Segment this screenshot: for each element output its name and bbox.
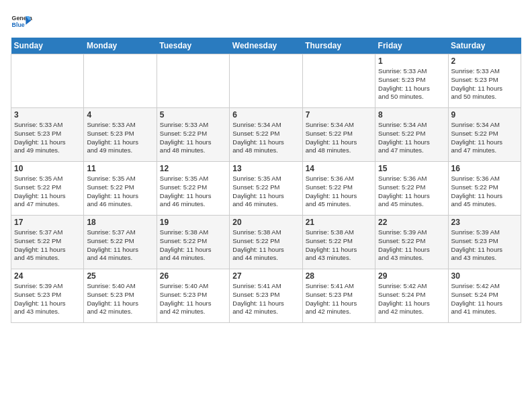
day-number: 20 bbox=[232, 218, 299, 227]
day-number: 7 bbox=[306, 110, 372, 120]
calendar-cell: 8Sunrise: 5:34 AM Sunset: 5:22 PM Daylig… bbox=[375, 108, 448, 162]
day-number: 22 bbox=[378, 218, 445, 227]
day-info: Sunrise: 5:38 AM Sunset: 5:22 PM Dayligh… bbox=[232, 228, 299, 263]
day-number: 28 bbox=[306, 271, 372, 281]
calendar-cell: 13Sunrise: 5:35 AM Sunset: 5:22 PM Dayli… bbox=[230, 162, 302, 216]
calendar-table: SundayMondayTuesdayWednesdayThursdayFrid… bbox=[11, 38, 521, 323]
calendar-cell: 24Sunrise: 5:39 AM Sunset: 5:23 PM Dayli… bbox=[11, 269, 84, 323]
day-number: 14 bbox=[306, 164, 372, 173]
day-info: Sunrise: 5:40 AM Sunset: 5:23 PM Dayligh… bbox=[87, 282, 153, 316]
day-number: 3 bbox=[14, 110, 81, 120]
day-number: 9 bbox=[451, 110, 518, 120]
day-number: 11 bbox=[87, 164, 153, 173]
day-number: 8 bbox=[378, 110, 445, 120]
calendar-cell bbox=[11, 54, 84, 108]
day-number: 17 bbox=[14, 218, 81, 227]
calendar-cell: 21Sunrise: 5:38 AM Sunset: 5:22 PM Dayli… bbox=[302, 216, 375, 269]
calendar-week-row: 17Sunrise: 5:37 AM Sunset: 5:22 PM Dayli… bbox=[11, 216, 521, 269]
day-number: 19 bbox=[160, 218, 226, 227]
day-info: Sunrise: 5:37 AM Sunset: 5:22 PM Dayligh… bbox=[14, 228, 81, 263]
calendar-body: 1Sunrise: 5:33 AM Sunset: 5:23 PM Daylig… bbox=[11, 54, 521, 323]
day-number: 6 bbox=[232, 110, 299, 120]
day-info: Sunrise: 5:34 AM Sunset: 5:22 PM Dayligh… bbox=[306, 121, 372, 155]
day-info: Sunrise: 5:36 AM Sunset: 5:22 PM Dayligh… bbox=[451, 175, 518, 209]
day-info: Sunrise: 5:34 AM Sunset: 5:22 PM Dayligh… bbox=[378, 121, 445, 155]
day-number: 16 bbox=[451, 164, 518, 173]
day-number: 24 bbox=[14, 271, 81, 281]
day-number: 15 bbox=[378, 164, 445, 173]
day-info: Sunrise: 5:36 AM Sunset: 5:22 PM Dayligh… bbox=[306, 175, 372, 209]
calendar-cell: 18Sunrise: 5:37 AM Sunset: 5:22 PM Dayli… bbox=[84, 216, 157, 269]
day-info: Sunrise: 5:40 AM Sunset: 5:23 PM Dayligh… bbox=[160, 282, 226, 316]
calendar-cell: 4Sunrise: 5:33 AM Sunset: 5:23 PM Daylig… bbox=[84, 108, 157, 162]
day-info: Sunrise: 5:34 AM Sunset: 5:22 PM Dayligh… bbox=[451, 121, 518, 155]
calendar-cell bbox=[84, 54, 157, 108]
calendar-header-cell: Saturday bbox=[448, 38, 521, 54]
day-info: Sunrise: 5:36 AM Sunset: 5:22 PM Dayligh… bbox=[378, 175, 445, 209]
calendar-cell: 16Sunrise: 5:36 AM Sunset: 5:22 PM Dayli… bbox=[448, 162, 521, 216]
day-info: Sunrise: 5:37 AM Sunset: 5:22 PM Dayligh… bbox=[87, 228, 153, 263]
day-number: 2 bbox=[451, 56, 518, 66]
calendar-week-row: 24Sunrise: 5:39 AM Sunset: 5:23 PM Dayli… bbox=[11, 269, 521, 323]
calendar-cell: 19Sunrise: 5:38 AM Sunset: 5:22 PM Dayli… bbox=[157, 216, 229, 269]
day-number: 25 bbox=[87, 271, 153, 281]
day-number: 13 bbox=[232, 164, 299, 173]
calendar-cell: 26Sunrise: 5:40 AM Sunset: 5:23 PM Dayli… bbox=[157, 269, 229, 323]
day-info: Sunrise: 5:41 AM Sunset: 5:23 PM Dayligh… bbox=[232, 282, 299, 316]
calendar-cell bbox=[230, 54, 302, 108]
calendar-cell: 23Sunrise: 5:39 AM Sunset: 5:23 PM Dayli… bbox=[448, 216, 521, 269]
day-number: 21 bbox=[306, 218, 372, 227]
calendar-header-cell: Friday bbox=[375, 38, 448, 54]
calendar-cell: 14Sunrise: 5:36 AM Sunset: 5:22 PM Dayli… bbox=[302, 162, 375, 216]
day-info: Sunrise: 5:39 AM Sunset: 5:23 PM Dayligh… bbox=[14, 282, 81, 316]
calendar-cell: 1Sunrise: 5:33 AM Sunset: 5:23 PM Daylig… bbox=[375, 54, 448, 108]
day-number: 12 bbox=[160, 164, 226, 173]
svg-text:Blue: Blue bbox=[12, 21, 25, 28]
calendar-cell: 7Sunrise: 5:34 AM Sunset: 5:22 PM Daylig… bbox=[302, 108, 375, 162]
day-number: 23 bbox=[451, 218, 518, 227]
day-number: 4 bbox=[87, 110, 153, 120]
day-info: Sunrise: 5:35 AM Sunset: 5:22 PM Dayligh… bbox=[232, 175, 299, 209]
calendar-header-cell: Sunday bbox=[11, 38, 84, 54]
day-info: Sunrise: 5:35 AM Sunset: 5:22 PM Dayligh… bbox=[160, 175, 226, 209]
day-info: Sunrise: 5:33 AM Sunset: 5:23 PM Dayligh… bbox=[87, 121, 153, 155]
calendar-cell: 2Sunrise: 5:33 AM Sunset: 5:23 PM Daylig… bbox=[448, 54, 521, 108]
day-number: 10 bbox=[14, 164, 81, 173]
calendar-header-cell: Monday bbox=[84, 38, 157, 54]
day-number: 5 bbox=[160, 110, 226, 120]
calendar-cell: 5Sunrise: 5:33 AM Sunset: 5:22 PM Daylig… bbox=[157, 108, 229, 162]
calendar-cell: 25Sunrise: 5:40 AM Sunset: 5:23 PM Dayli… bbox=[84, 269, 157, 323]
calendar-cell bbox=[157, 54, 229, 108]
day-info: Sunrise: 5:42 AM Sunset: 5:24 PM Dayligh… bbox=[378, 282, 445, 316]
day-info: Sunrise: 5:35 AM Sunset: 5:22 PM Dayligh… bbox=[87, 175, 153, 209]
calendar-cell: 30Sunrise: 5:42 AM Sunset: 5:24 PM Dayli… bbox=[448, 269, 521, 323]
day-info: Sunrise: 5:38 AM Sunset: 5:22 PM Dayligh… bbox=[306, 228, 372, 263]
day-info: Sunrise: 5:33 AM Sunset: 5:23 PM Dayligh… bbox=[14, 121, 81, 155]
calendar-cell: 11Sunrise: 5:35 AM Sunset: 5:22 PM Dayli… bbox=[84, 162, 157, 216]
logo: General Blue bbox=[11, 11, 32, 32]
calendar-week-row: 3Sunrise: 5:33 AM Sunset: 5:23 PM Daylig… bbox=[11, 108, 521, 162]
day-info: Sunrise: 5:38 AM Sunset: 5:22 PM Dayligh… bbox=[160, 228, 226, 263]
day-info: Sunrise: 5:34 AM Sunset: 5:22 PM Dayligh… bbox=[232, 121, 299, 155]
day-info: Sunrise: 5:41 AM Sunset: 5:23 PM Dayligh… bbox=[306, 282, 372, 316]
calendar-week-row: 10Sunrise: 5:35 AM Sunset: 5:22 PM Dayli… bbox=[11, 162, 521, 216]
calendar-cell: 3Sunrise: 5:33 AM Sunset: 5:23 PM Daylig… bbox=[11, 108, 84, 162]
day-info: Sunrise: 5:39 AM Sunset: 5:22 PM Dayligh… bbox=[378, 228, 445, 263]
day-number: 30 bbox=[451, 271, 518, 281]
calendar-header-row: SundayMondayTuesdayWednesdayThursdayFrid… bbox=[11, 38, 521, 54]
calendar-header-cell: Wednesday bbox=[230, 38, 302, 54]
day-number: 1 bbox=[378, 56, 445, 66]
calendar-cell: 28Sunrise: 5:41 AM Sunset: 5:23 PM Dayli… bbox=[302, 269, 375, 323]
logo-icon: General Blue bbox=[11, 11, 32, 32]
calendar-cell: 10Sunrise: 5:35 AM Sunset: 5:22 PM Dayli… bbox=[11, 162, 84, 216]
calendar-cell: 12Sunrise: 5:35 AM Sunset: 5:22 PM Dayli… bbox=[157, 162, 229, 216]
day-info: Sunrise: 5:33 AM Sunset: 5:23 PM Dayligh… bbox=[451, 67, 518, 101]
calendar-header-cell: Tuesday bbox=[157, 38, 229, 54]
day-number: 29 bbox=[378, 271, 445, 281]
day-info: Sunrise: 5:42 AM Sunset: 5:24 PM Dayligh… bbox=[451, 282, 518, 316]
calendar-cell: 20Sunrise: 5:38 AM Sunset: 5:22 PM Dayli… bbox=[230, 216, 302, 269]
calendar-header-cell: Thursday bbox=[302, 38, 375, 54]
day-number: 18 bbox=[87, 218, 153, 227]
day-info: Sunrise: 5:33 AM Sunset: 5:23 PM Dayligh… bbox=[378, 67, 445, 101]
calendar-cell bbox=[302, 54, 375, 108]
